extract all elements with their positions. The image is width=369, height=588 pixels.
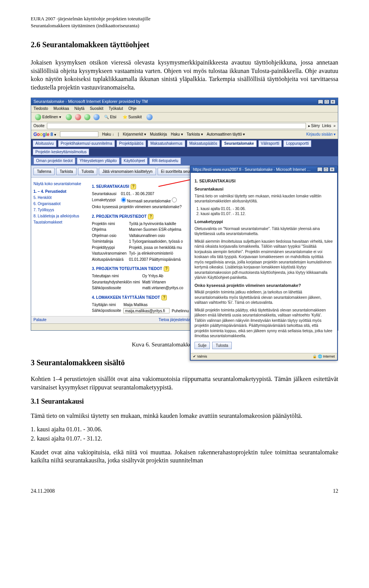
email-input[interactable] [123, 308, 170, 313]
popup-print-button[interactable]: Tulosta [212, 342, 231, 349]
side-8[interactable]: 8. Lisätietoja ja allekirjoitus [33, 213, 86, 219]
tab-seurantalomake[interactable]: Seurantalomake [221, 140, 256, 147]
submit-button[interactable]: Jätä viranomaisen käsittelyyn [99, 168, 156, 176]
l-lomaketyyppi: Lomaketyyppi [92, 197, 121, 204]
l-seurantakausi: Seurantakausi [92, 191, 121, 197]
l-vv: Vastuuviranomainen [92, 250, 129, 257]
history-icon[interactable] [146, 114, 153, 120]
google-search-btn[interactable]: Haku ↓ [102, 132, 114, 137]
google-signin[interactable]: Kirjaudu sisään ▾ [306, 132, 336, 137]
radio-alt[interactable] [172, 197, 177, 202]
subtab-rr[interactable]: RR-tietopalvelu [149, 157, 181, 164]
tab-paatos[interactable]: Projektipäätös [116, 140, 146, 147]
ie-menubar[interactable]: Tiedosto Muokkaa Näytä Suosikit Työkalut… [31, 105, 338, 113]
v-ohjelma: Manner-Suomen ESR-ohjelma [129, 227, 185, 233]
refresh-icon[interactable] [84, 114, 90, 120]
l-tayttaja: Täyttäjän nimi [92, 302, 123, 308]
help-icon[interactable]: ? [161, 295, 167, 300]
doc-header: EURA 2007 -järjestelmän käyttöohje proje… [31, 15, 338, 29]
stop-icon[interactable] [75, 114, 81, 120]
search-button[interactable]: 🔍 Etsi [103, 114, 118, 120]
help-icon[interactable]: ? [164, 266, 169, 272]
links-label: Links [322, 123, 331, 129]
go-button[interactable]: ▸ Siirry [308, 123, 320, 129]
subtab-ohjeet[interactable]: Käyttöohjeet [121, 157, 148, 164]
print-button[interactable]: Tulosta [78, 168, 97, 176]
side-6[interactable]: 6. Organisaatiot [33, 201, 86, 207]
popup-close-icon[interactable]: × [329, 167, 335, 172]
sect4-title: 4. LOMAKKEEN TÄYTTÄJÄN TIEDOT [92, 295, 160, 300]
home-icon[interactable] [93, 114, 100, 120]
back-button[interactable]: Edellinen ▾ [33, 114, 63, 121]
tab-aloitussivu[interactable]: Aloitussivu [33, 140, 57, 147]
tab-valiraportti[interactable]: Väliraportti [258, 140, 282, 147]
side-showall[interactable]: Näytä koko seurantalomake [33, 181, 86, 187]
side-5[interactable]: 5. Henkilöt [33, 195, 86, 201]
popup-li2: kausi ajalta 01.07. - 31.12. [201, 211, 333, 217]
google-check[interactable]: Tarkista ▾ [187, 132, 203, 137]
main-nav-tabs: Aloitussivu Projektihakemus/-suunnitelma… [31, 139, 338, 156]
google-search2[interactable]: Haku ▾ [171, 132, 183, 137]
footer-link-tietoa[interactable]: Tietoa järjestelmästä [158, 317, 194, 323]
popup-maximize-icon[interactable]: □ [323, 167, 329, 172]
menu-file[interactable]: Tiedosto [33, 106, 48, 111]
ie-title: Seurantalomake - Microsoft Internet Expl… [33, 99, 148, 104]
minimize-icon[interactable]: _ [318, 99, 323, 104]
l-sp3: Sähköpostiosoite [92, 285, 142, 291]
l-yhdys: Seurantayhdyshenkilön nimi [92, 279, 142, 285]
tab-keskeytys[interactable]: Projektin keskeyttämisilmoitus [33, 149, 89, 156]
address-bar: Osoite ▸ Siirry Links » [31, 122, 338, 130]
popup-p3: Mikäli aiemmin ilmoitetuissa suljettujen… [194, 239, 333, 280]
google-search-input[interactable] [60, 131, 98, 137]
google-autofill[interactable]: Automaattinen täyttö ▾ [207, 132, 245, 137]
address-input[interactable] [47, 123, 306, 129]
popup-p5: Mikäli projektin toiminta päättyy, eikä … [194, 308, 333, 339]
radio-normaali[interactable] [121, 197, 126, 202]
v-tl: 1 Työorganisaatioiden, työssä o [129, 239, 185, 245]
help-icon[interactable]: ? [131, 184, 136, 189]
links-chevron-icon[interactable]: » [333, 123, 336, 129]
menu-edit[interactable]: Muokkaa [53, 106, 69, 111]
tab-maksatuspaatos[interactable]: Maksatuspäätös [187, 140, 220, 147]
help-icon[interactable]: ? [148, 214, 153, 219]
tab-hakemus[interactable]: Projektihakemus/-suunnitelma [58, 140, 115, 147]
footer-link-palaute[interactable]: Palaute [33, 317, 47, 323]
v-pt: Projekti, jossa on henkilöitä mu [129, 245, 185, 251]
v-lomaketyyppi: Normaali seurantalomake [127, 199, 171, 203]
popup-h3: Lomaketyyppi [194, 219, 333, 225]
tab-maksatushakemus[interactable]: Maksatushakemus [148, 140, 185, 147]
google-bookmarks[interactable]: Kirjanmerkit ▾ [123, 132, 146, 137]
v-vv: Työ- ja elinkeinoministeriö [129, 250, 185, 257]
doc-header-line2: Seurantalomakkeen täyttäminen (indikaatt… [31, 22, 338, 29]
close-icon[interactable]: × [330, 99, 336, 104]
ie-toolbar: Edellinen ▾ 🔍 Etsi ⭐ Suosikit [31, 113, 338, 122]
v-osio: Valtakunnallinen osio [129, 233, 185, 239]
side-7[interactable]: 7. Työllisyys [33, 207, 86, 213]
favorites-button[interactable]: ⭐ Suosikit [121, 114, 143, 120]
l-sp4: Sähköpostiosoite [92, 308, 123, 314]
google-notebook[interactable]: Muistikirja [150, 132, 167, 137]
forward-icon[interactable] [66, 114, 72, 120]
popup-title: https://testi-www.eura2007.fi - Seuranta… [193, 167, 312, 172]
menu-favorites[interactable]: Suosikit [90, 106, 103, 111]
subtab-tiedot[interactable]: Oman projektin tiedot [33, 157, 75, 164]
save-button[interactable]: Tallenna [33, 168, 55, 176]
check-button[interactable]: Tarkista [56, 168, 76, 176]
subtab-yhteys[interactable]: Yhteystietojen ylläpito [77, 157, 120, 164]
l-projnimi: Projektin nimi [92, 221, 129, 227]
menu-view[interactable]: Näytä [75, 106, 85, 111]
tab-loppuraportti[interactable]: Loppuraportti [283, 140, 311, 147]
help-popup-window: https://testi-www.eura2007.fi - Seuranta… [190, 166, 338, 361]
l-osio: Ohjelman osio [92, 233, 129, 239]
v-projnimi: Työtä ja hyvinvointia kaikille [129, 221, 185, 227]
popup-close-button[interactable]: Sulje [194, 342, 210, 349]
popup-li1: kausi ajalta 01.01. - 30.06. [201, 206, 333, 212]
para-26: Jokaisen kysymyksen otsikon vieressä ole… [31, 58, 338, 91]
popup-h2: Seurantakausi [194, 186, 333, 192]
side-tausta[interactable]: Taustalomakkeet [33, 219, 86, 225]
maximize-icon[interactable]: □ [324, 99, 329, 104]
menu-tools[interactable]: Työkalut [109, 106, 123, 111]
address-label: Osoite [33, 123, 45, 129]
menu-help[interactable]: Ohje [128, 106, 136, 111]
popup-minimize-icon[interactable]: _ [317, 167, 322, 172]
